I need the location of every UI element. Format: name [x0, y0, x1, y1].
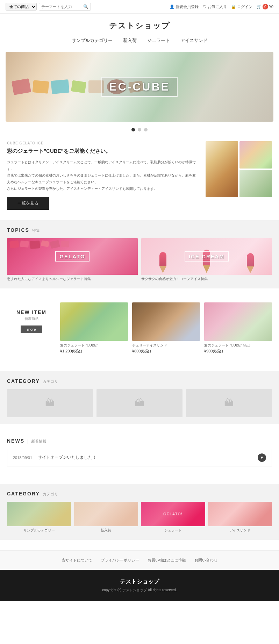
product-img-2	[132, 302, 200, 341]
nav-item-icesand[interactable]: アイスサンド	[180, 37, 208, 44]
hero-slider: EC-CUBE	[6, 52, 273, 122]
cat-card-1[interactable]: サンプルカテゴリー	[7, 502, 71, 533]
news-header: NEWS | 新着情報	[7, 438, 272, 444]
register-link[interactable]: 👤 新規会員登録	[170, 4, 199, 9]
about-images	[206, 141, 272, 197]
product-price-3: ¥900(税込)	[204, 349, 272, 354]
footer-link-terms[interactable]: お買い物はどこに準拠	[148, 558, 186, 563]
site-title: テストショップ	[0, 14, 279, 35]
cat-card-3[interactable]: GELATO! ジェラート	[141, 502, 205, 533]
news-title: NEWS	[7, 438, 24, 444]
footer-link-contact[interactable]: お問い合わせ	[194, 558, 217, 563]
product-card-2[interactable]: チェリーアイスサンド ¥800(税込)	[132, 302, 200, 354]
dot-2[interactable]	[138, 128, 141, 131]
topic-caption-icecream: サクサクの食感が魅力！コーンアイス特集	[141, 277, 272, 281]
placeholder-icon-1: 🏔	[45, 397, 55, 409]
category-empty-section: CATEGORY カテゴリ 🏔 🏔 🏔	[0, 371, 279, 424]
header: 全ての商品 🔍 👤 新規会員登録 ♡ お気に入り 🔒 ログイン 🛒0 ¥0	[0, 0, 279, 14]
product-price-2: ¥800(税込)	[132, 349, 200, 354]
topics-header: TOPICS 特集	[7, 227, 272, 233]
category-select[interactable]: 全ての商品	[6, 3, 37, 10]
spacer-1	[0, 213, 279, 220]
about-btn[interactable]: 一覧を見る	[7, 197, 49, 210]
new-item-sublabel: 新着商品	[7, 316, 56, 321]
cat-card-4[interactable]: アイスサンド	[208, 502, 272, 533]
topic-img-icecream: ICE CREAM	[141, 238, 272, 275]
category-images-grid: サンプルカテゴリー 新入荷 GELATO! ジェラート アイスサンド	[7, 502, 272, 533]
footer-bottom: テストショップ copyright (c) テストショップ All rights…	[0, 570, 279, 601]
product-card-1[interactable]: 彩のジェラート "CUBE" ¥1,200(税込)	[60, 302, 128, 354]
category-empty-subtitle: カテゴリ	[43, 379, 58, 384]
about-label: CUBE GELATO ICE	[7, 141, 199, 145]
news-divider: |	[27, 439, 28, 444]
about-img-scoop	[206, 141, 238, 197]
product-name-2: チェリーアイスサンド	[132, 343, 200, 348]
cart-link[interactable]: 🛒0 ¥0	[257, 4, 273, 9]
topic-caption-gelato: 恵まれた人になアイスよりヘルシーなジェラート特集	[7, 277, 138, 281]
topics-subtitle: 特集	[32, 228, 40, 233]
dot-3[interactable]	[144, 128, 148, 131]
new-item-title: NEW ITEM	[7, 309, 56, 315]
cat-img-2	[74, 502, 138, 526]
footer-links-inner: 当サイトについて プライバシーポリシー お買い物はどこに準拠 お問い合わせ	[0, 558, 279, 563]
topic-card-icecream[interactable]: ICE CREAM サクサクの食感が魅力！コーンアイス特集	[141, 238, 272, 281]
cat-img-1	[7, 502, 71, 526]
topic-label-gelato: GELATO	[55, 251, 89, 262]
category-placeholder-3: 🏔	[186, 389, 272, 417]
search-button[interactable]: 🔍	[81, 3, 91, 10]
about-heading: 彩のジェラート"CUBE"をご堪能ください。	[7, 147, 199, 155]
topics-title: TOPICS	[7, 227, 29, 233]
search-input[interactable]	[39, 3, 81, 10]
new-item-left: NEW ITEM 新着商品 more	[7, 302, 56, 333]
product-card-3[interactable]: 彩のジェラート "CUBE" NEO ¥900(税込)	[204, 302, 272, 354]
main-nav: サンプルカテゴリー 新入荷 ジェラート アイスサンド	[0, 35, 279, 48]
footer-link-privacy[interactable]: プライバシーポリシー	[101, 558, 139, 563]
cart-badge: 0	[263, 4, 268, 9]
dot-1[interactable]	[131, 128, 135, 131]
spacer-2	[0, 288, 279, 295]
hero-title: EC-CUBE	[101, 77, 178, 97]
favorites-link[interactable]: ♡ お気に入り	[203, 4, 227, 9]
cat-img-3: GELATO!	[141, 502, 205, 526]
header-left: 全ての商品 🔍	[6, 3, 91, 10]
spacer-5	[0, 473, 279, 484]
topic-card-gelato[interactable]: GELATO 恵まれた人になアイスよりヘルシーなジェラート特集	[7, 238, 138, 281]
about-img-extra	[239, 170, 272, 197]
news-arrow-icon[interactable]: ▼	[258, 453, 266, 462]
search-box: 🔍	[39, 3, 91, 10]
cat-name-2: 新入荷	[101, 528, 111, 532]
header-right: 👤 新規会員登録 ♡ お気に入り 🔒 ログイン 🛒0 ¥0	[170, 4, 273, 9]
footer-copyright: copyright (c) テストショップ All rights reserve…	[8, 588, 271, 593]
nav-item-category[interactable]: サンプルカテゴリー	[72, 37, 113, 44]
topic-label-icecream: ICE CREAM	[185, 251, 229, 262]
new-item-inner: NEW ITEM 新着商品 more 彩のジェラート "CUBE" ¥1,200…	[7, 302, 272, 354]
product-name-3: 彩のジェラート "CUBE" NEO	[204, 343, 272, 348]
cat-img-4	[208, 502, 272, 526]
cat-card-2[interactable]: 新入荷	[74, 502, 138, 533]
about-text: CUBE GELATO ICE 彩のジェラート"CUBE"をご堪能ください。 ジ…	[7, 141, 199, 210]
cat-name-1: サンプルカテゴリー	[23, 528, 55, 532]
products-grid: 彩のジェラート "CUBE" ¥1,200(税込) チェリーアイスサンド ¥80…	[60, 302, 272, 354]
footer-links: 当サイトについて プライバシーポリシー お買い物はどこに準拠 お問い合わせ	[0, 550, 279, 570]
news-item-1[interactable]: 2018/09/01 サイトオープンいたしました！ ▼	[7, 449, 272, 466]
about-body: ジェラートとはイタリアン・アイスクリームのことで、一般的なアイスクリームに比べて…	[7, 159, 199, 192]
product-img-3	[204, 302, 272, 341]
topic-img-gelato: GELATO	[7, 238, 138, 275]
login-link[interactable]: 🔒 ログイン	[231, 4, 252, 9]
cat-name-3: ジェラート	[164, 528, 182, 532]
category-placeholders: 🏔 🏔 🏔	[7, 389, 272, 417]
new-item-more-btn[interactable]: more	[21, 325, 42, 333]
category-images-section: CATEGORY カテゴリ サンプルカテゴリー 新入荷 GELATO! ジェラー…	[0, 484, 279, 540]
new-item-section: NEW ITEM 新着商品 more 彩のジェラート "CUBE" ¥1,200…	[0, 295, 279, 361]
category-images-subtitle: カテゴリ	[43, 492, 58, 497]
news-date-1: 2018/09/01	[13, 456, 32, 460]
footer-link-about[interactable]: 当サイトについて	[62, 558, 92, 563]
about-img-bowls	[239, 141, 272, 169]
news-title-1: サイトオープンいたしました！	[38, 455, 258, 460]
news-section: NEWS | 新着情報 2018/09/01 サイトオープンいたしました！ ▼	[0, 431, 279, 473]
nav-item-gelato[interactable]: ジェラート	[147, 37, 170, 44]
nav-item-newin[interactable]: 新入荷	[123, 37, 137, 44]
spacer-4	[0, 424, 279, 431]
category-empty-title: CATEGORY	[7, 378, 40, 384]
topics-section: TOPICS 特集 GELATO 恵まれた人になアイスよりヘルシーなジェラート特…	[0, 220, 279, 288]
